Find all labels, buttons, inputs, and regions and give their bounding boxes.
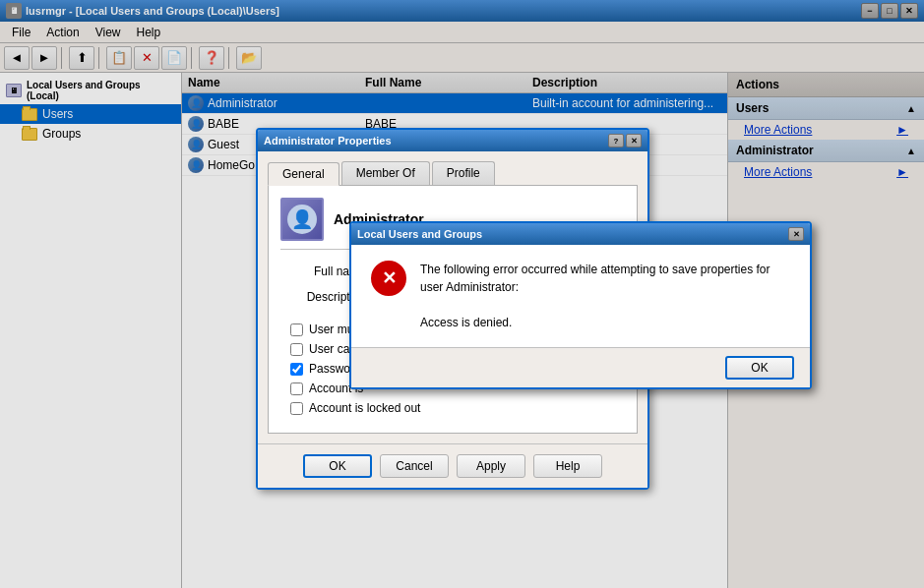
avatar: 👤 bbox=[280, 198, 324, 241]
admin-ok-button[interactable]: OK bbox=[303, 454, 372, 478]
error-message-2: user Administrator: bbox=[420, 280, 519, 294]
admin-help-btn[interactable]: Help bbox=[533, 454, 602, 478]
admin-cancel-button[interactable]: Cancel bbox=[380, 454, 449, 478]
tab-profile[interactable]: Profile bbox=[432, 161, 495, 185]
checkbox-user-must[interactable] bbox=[290, 323, 303, 336]
checkbox-account-locked-label: Account is locked out bbox=[309, 401, 420, 415]
error-dialog: Local Users and Groups ✕ The following e… bbox=[349, 221, 812, 389]
error-message-1: The following error occurred while attem… bbox=[420, 263, 770, 276]
error-message-4: Access is denied. bbox=[420, 316, 512, 329]
error-icon bbox=[371, 261, 406, 296]
admin-dialog-title: Administrator Properties bbox=[264, 135, 392, 147]
error-ok-button[interactable]: OK bbox=[725, 356, 794, 380]
checkbox-row-4: Account is locked out bbox=[280, 401, 625, 415]
admin-apply-button[interactable]: Apply bbox=[457, 454, 525, 478]
checkbox-user-cannot[interactable] bbox=[290, 343, 303, 356]
avatar-inner: 👤 bbox=[287, 205, 317, 234]
admin-help-button[interactable]: ? bbox=[608, 134, 624, 147]
tab-list: General Member Of Profile bbox=[268, 161, 638, 185]
error-dialog-title: Local Users and Groups bbox=[357, 228, 482, 240]
admin-dialog-controls: ? ✕ bbox=[608, 134, 642, 147]
error-buttons: OK bbox=[351, 347, 810, 387]
error-content: The following error occurred while attem… bbox=[351, 245, 810, 347]
admin-close-button[interactable]: ✕ bbox=[626, 134, 642, 147]
checkbox-account-locked[interactable] bbox=[290, 402, 303, 415]
checkbox-password-never[interactable] bbox=[290, 363, 303, 376]
admin-dialog-title-bar: Administrator Properties ? ✕ bbox=[258, 130, 647, 151]
admin-dialog-buttons: OK Cancel Apply Help bbox=[258, 443, 647, 488]
tab-member-of[interactable]: Member Of bbox=[341, 161, 430, 185]
error-text: The following error occurred while attem… bbox=[420, 261, 790, 331]
checkbox-account-disabled[interactable] bbox=[290, 382, 303, 395]
error-close-button[interactable]: ✕ bbox=[788, 227, 804, 241]
tab-general[interactable]: General bbox=[268, 162, 339, 186]
error-title-bar: Local Users and Groups ✕ bbox=[351, 223, 810, 245]
